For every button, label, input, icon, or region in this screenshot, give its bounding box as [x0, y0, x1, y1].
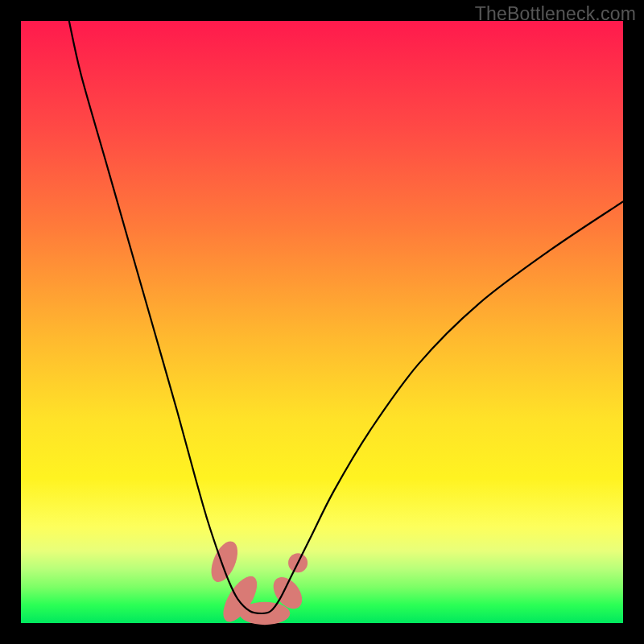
curve-line [69, 21, 623, 613]
chart-plot [21, 21, 623, 623]
marker-left-upper [206, 538, 243, 586]
chart-frame [21, 21, 623, 623]
watermark-text: TheBottleneck.com [475, 3, 636, 25]
